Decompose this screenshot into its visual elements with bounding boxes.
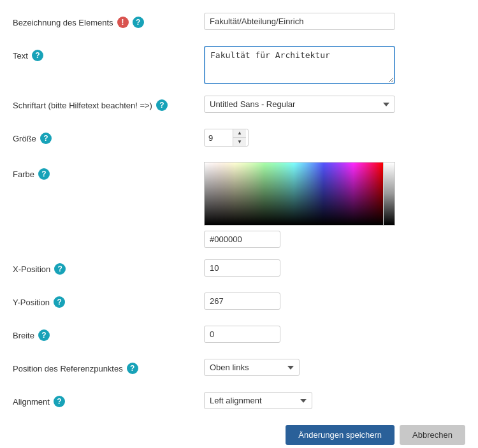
groesse-row: Größe ? ▲ ▼ [13,129,465,150]
schriftart-row: Schriftart (bitte Hilfetext beachten! =>… [13,96,465,117]
color-gradient-main[interactable] [205,163,383,225]
help-icon-farbe[interactable]: ? [38,168,50,180]
text-label: Text [13,51,28,61]
groesse-down-button[interactable]: ▼ [233,138,246,146]
bezeichnung-label: Bezeichnung des Elements [13,18,113,27]
alignment-row: Alignment ? Left alignment Center alignm… [13,392,465,414]
xposition-label-col: X-Position ? [13,259,204,275]
text-input-col: Fakultät für Architektur [204,46,465,84]
help-icon-xposition[interactable]: ? [54,263,66,275]
help-icon-alignment[interactable]: ? [54,396,65,407]
alignment-label: Alignment [13,397,50,407]
schriftart-input-col: Untitled Sans - Regular Arial - Regular … [204,96,465,113]
color-hex-input[interactable] [204,231,280,248]
bezeichnung-input-col [204,13,465,30]
help-icon-referenz[interactable]: ? [127,363,138,374]
schriftart-label: Schriftart (bitte Hilfetext beachten! =>… [13,101,152,110]
help-icon-schriftart[interactable]: ? [156,99,168,111]
alignment-label-col: Alignment ? [13,392,204,407]
farbe-label-col: Farbe ? [13,162,204,180]
groesse-up-button[interactable]: ▲ [233,129,246,138]
color-gradient-container[interactable] [204,162,395,226]
help-icon-bezeichnung[interactable]: ? [133,17,144,28]
text-textarea[interactable]: Fakultät für Architektur [204,46,395,84]
farbe-input-col [204,162,465,248]
bezeichnung-row: Bezeichnung des Elements ! ? [13,13,465,34]
groesse-spinners: ▲ ▼ [233,129,246,146]
yposition-label: Y-Position [13,298,50,307]
help-icon-breite[interactable]: ? [38,329,50,341]
schriftart-label-col: Schriftart (bitte Hilfetext beachten! =>… [13,96,204,111]
groesse-input[interactable] [205,130,233,146]
help-icon-yposition[interactable]: ? [54,296,65,308]
groesse-input-col: ▲ ▼ [204,129,465,147]
referenz-label-col: Position des Referenzpunktes ? [13,359,204,374]
cancel-button[interactable]: Abbrechen [400,425,465,445]
schriftart-select[interactable]: Untitled Sans - Regular Arial - Regular … [204,96,395,113]
color-picker [204,162,395,248]
text-label-col: Text ? [13,46,204,61]
farbe-row: Farbe ? [13,162,465,248]
breite-row: Breite ? [13,326,465,347]
yposition-row: Y-Position ? [13,293,465,314]
yposition-input[interactable] [204,293,280,310]
xposition-row: X-Position ? [13,259,465,281]
groesse-label-col: Größe ? [13,129,204,144]
yposition-input-col [204,293,465,310]
button-row: Änderungen speichern Abbrechen [13,425,465,445]
text-row: Text ? Fakultät für Architektur [13,46,465,84]
help-icon-groesse[interactable]: ? [40,133,52,144]
alignment-input-col: Left alignment Center alignment Right al… [204,392,465,409]
referenz-label: Position des Referenzpunktes [13,364,123,373]
error-icon: ! [117,17,129,28]
breite-label-col: Breite ? [13,326,204,341]
breite-label: Breite [13,331,34,340]
color-brightness-strip[interactable] [383,163,395,225]
bezeichnung-input[interactable] [204,13,395,30]
xposition-input-col [204,259,465,277]
bezeichnung-label-col: Bezeichnung des Elements ! ? [13,13,204,28]
alignment-select[interactable]: Left alignment Center alignment Right al… [204,392,312,409]
referenz-input-col: Oben links Oben Mitte Oben rechts Mitte … [204,359,465,376]
save-button[interactable]: Änderungen speichern [286,425,395,445]
help-icon-text[interactable]: ? [32,50,43,61]
xposition-input[interactable] [204,259,280,277]
yposition-label-col: Y-Position ? [13,293,204,308]
breite-input[interactable] [204,326,280,343]
groesse-label: Größe [13,134,36,143]
groesse-spinner-wrapper: ▲ ▼ [204,129,249,147]
xposition-label: X-Position [13,264,50,274]
referenz-row: Position des Referenzpunktes ? Oben link… [13,359,465,380]
breite-input-col [204,326,465,343]
referenz-select[interactable]: Oben links Oben Mitte Oben rechts Mitte … [204,359,300,376]
farbe-label: Farbe [13,170,34,179]
